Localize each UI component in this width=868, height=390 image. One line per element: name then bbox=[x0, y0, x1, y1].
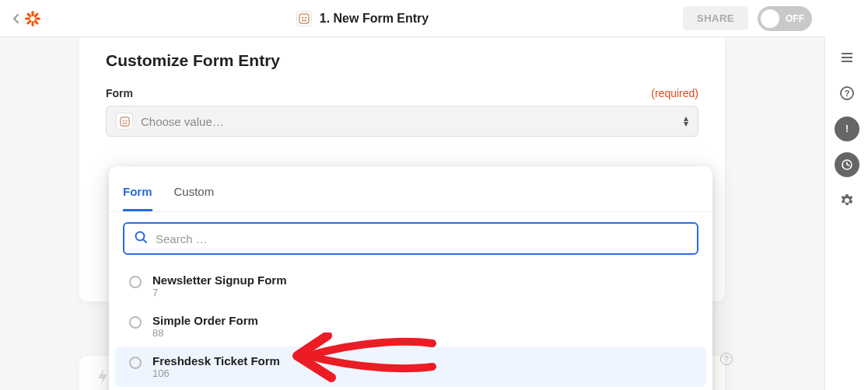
list-item[interactable]: Newsletter Signup Form 7 bbox=[115, 266, 706, 306]
field-label: Form bbox=[106, 87, 133, 99]
right-sidebar: ? ! bbox=[824, 37, 868, 390]
list-item-label: Newsletter Signup Form bbox=[152, 273, 287, 287]
svg-rect-4 bbox=[33, 12, 39, 17]
tab-custom[interactable]: Custom bbox=[174, 179, 215, 211]
list-item-label: Simple Order Form bbox=[152, 314, 258, 327]
svg-point-21 bbox=[122, 120, 124, 121]
list-item-text: Simple Order Form 88 bbox=[152, 314, 258, 339]
svg-point-22 bbox=[125, 120, 127, 121]
header-left bbox=[12, 9, 42, 28]
app-header: 1. New Form Entry SHARE OFF bbox=[0, 0, 824, 37]
panel-title: Customize Form Entry bbox=[79, 37, 725, 87]
svg-rect-8 bbox=[299, 14, 309, 23]
form-dropdown: Form Custom Newsletter Signup Form 7 Sim… bbox=[109, 166, 712, 390]
svg-rect-20 bbox=[120, 117, 128, 125]
outline-icon[interactable] bbox=[835, 45, 859, 70]
select-placeholder: Choose value… bbox=[141, 115, 224, 128]
help-icon[interactable]: ? bbox=[835, 81, 859, 106]
radio-icon bbox=[129, 316, 142, 329]
toggle-label: OFF bbox=[786, 13, 804, 24]
svg-rect-3 bbox=[35, 17, 40, 19]
search-input[interactable] bbox=[156, 232, 688, 245]
list-item-label: Freshdesk Ticket Form bbox=[152, 354, 280, 367]
search-icon bbox=[134, 230, 148, 247]
share-button[interactable]: SHARE bbox=[683, 6, 748, 30]
radio-icon bbox=[129, 276, 142, 288]
header-right: SHARE OFF bbox=[683, 6, 812, 31]
dropdown-search-wrap bbox=[109, 212, 712, 266]
field-label-row: Form (required) bbox=[106, 87, 698, 99]
svg-rect-1 bbox=[32, 21, 34, 26]
back-icon[interactable] bbox=[12, 14, 19, 23]
help-icon[interactable]: ? bbox=[720, 353, 733, 365]
dropdown-buttons: LOAD MORE CLEAR bbox=[109, 387, 712, 390]
app-wpforms-icon bbox=[116, 113, 133, 130]
toggle-knob-icon bbox=[761, 9, 779, 28]
list-item-text: Freshdesk Ticket Form 106 bbox=[152, 354, 280, 379]
svg-rect-2 bbox=[25, 17, 30, 19]
list-item-sub: 88 bbox=[152, 327, 258, 339]
svg-rect-7 bbox=[33, 19, 39, 25]
svg-rect-6 bbox=[26, 12, 32, 17]
list-item-sub: 106 bbox=[152, 367, 280, 379]
radio-icon bbox=[129, 357, 142, 369]
tab-form[interactable]: Form bbox=[123, 179, 152, 211]
step-title: 1. New Form Entry bbox=[42, 11, 683, 26]
field-required: (required) bbox=[651, 87, 698, 99]
svg-text:?: ? bbox=[844, 89, 849, 98]
step-title-text: 1. New Form Entry bbox=[320, 12, 429, 26]
svg-point-10 bbox=[305, 17, 306, 19]
alert-icon[interactable]: ! bbox=[835, 117, 859, 141]
svg-text:!: ! bbox=[845, 124, 849, 134]
app-wpforms-icon bbox=[296, 11, 312, 26]
list-item[interactable]: Simple Order Form 88 bbox=[115, 306, 706, 346]
form-select[interactable]: Choose value… ▴▾ bbox=[106, 106, 698, 137]
settings-icon[interactable] bbox=[835, 188, 859, 213]
workspace: Customize Form Entry Form (required) Cho… bbox=[0, 37, 824, 390]
svg-rect-5 bbox=[26, 19, 32, 25]
zapier-logo-icon bbox=[23, 9, 42, 28]
svg-rect-0 bbox=[32, 11, 34, 16]
dropdown-tabs: Form Custom bbox=[109, 174, 712, 212]
list-item[interactable]: Freshdesk Ticket Form 106 bbox=[115, 346, 706, 387]
svg-point-9 bbox=[302, 17, 303, 19]
list-item-text: Newsletter Signup Form 7 bbox=[152, 273, 287, 298]
form-field: Form (required) Choose value… ▴▾ bbox=[79, 87, 725, 137]
list-item-sub: 7 bbox=[152, 287, 287, 298]
chevron-updown-icon: ▴▾ bbox=[684, 116, 688, 127]
svg-line-24 bbox=[144, 240, 147, 243]
zap-toggle[interactable]: OFF bbox=[758, 6, 812, 31]
history-icon[interactable] bbox=[835, 152, 859, 177]
dropdown-search[interactable] bbox=[123, 222, 698, 255]
